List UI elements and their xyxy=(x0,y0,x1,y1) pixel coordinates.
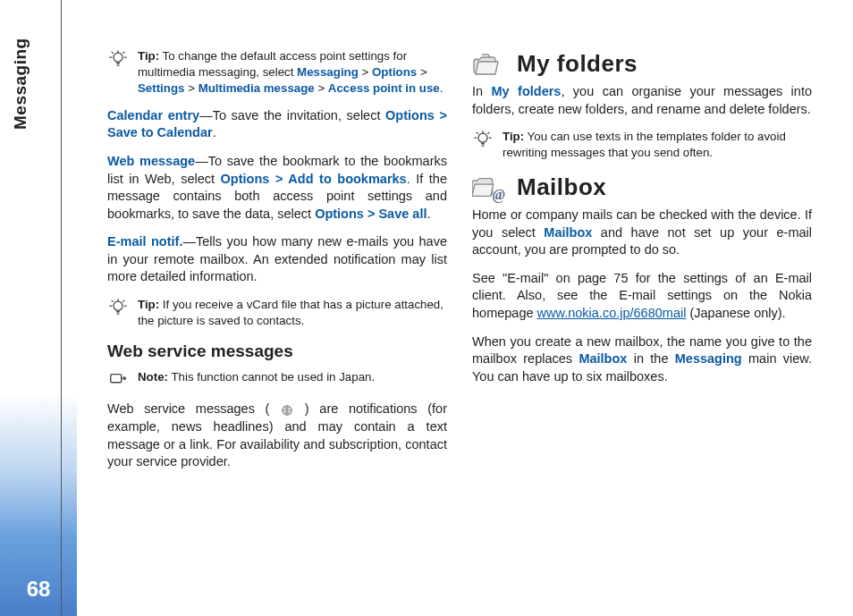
text: Web service messages ( xyxy=(107,401,280,416)
term: Calendar entry xyxy=(107,108,199,122)
globe-icon xyxy=(280,403,294,418)
tip-text: To change the default access point setti… xyxy=(138,49,407,79)
section-tab: Messaging xyxy=(9,38,52,216)
heading-mailbox: Mailbox xyxy=(472,172,812,203)
term: E-mail notif. xyxy=(107,234,182,249)
note-japan: Note: This function cannot be used in Ja… xyxy=(107,369,447,390)
term: My folders xyxy=(492,84,562,98)
text: —To save the invitation, select xyxy=(199,108,385,122)
note-text: This function cannot be used in Japan. xyxy=(168,370,375,384)
manual-page: Messaging 68 Tip: To change the default … xyxy=(0,0,853,616)
para-my-folders: In My folders, you can organise your mes… xyxy=(472,83,812,118)
link: Options > Save all xyxy=(315,207,426,221)
lightbulb-icon xyxy=(472,130,494,149)
tip-vcard: Tip: If you receive a vCard file that ha… xyxy=(107,297,447,329)
para-mailbox-2: See "E-mail" on page 75 for the settings… xyxy=(472,270,812,323)
link: Messaging xyxy=(297,65,359,79)
lightbulb-icon xyxy=(107,298,129,317)
link: Options xyxy=(372,65,417,79)
folder-icon xyxy=(472,49,506,80)
tip-label: Tip: xyxy=(138,298,159,311)
text: in the xyxy=(627,351,674,366)
tip-templates: Tip: You can use texts in the templates … xyxy=(472,129,812,161)
heading-web-service-messages: Web service messages xyxy=(107,340,447,363)
external-link[interactable]: www.nokia.co.jp/6680mail xyxy=(537,306,687,320)
term: Mailbox xyxy=(579,351,627,366)
tip-label: Tip: xyxy=(138,49,159,63)
text: In xyxy=(472,84,492,98)
link: Access point in use xyxy=(328,81,440,95)
heading-my-folders: My folders xyxy=(472,48,812,80)
mailbox-icon xyxy=(472,173,506,203)
margin-rule xyxy=(61,0,62,616)
note-icon xyxy=(107,370,129,390)
para-mailbox-1: Home or company mails can be checked wit… xyxy=(472,207,812,259)
right-column: My folders In My folders, you can organi… xyxy=(472,48,812,544)
term: Web message xyxy=(107,154,195,168)
note-label: Note: xyxy=(138,370,168,384)
page-number: 68 xyxy=(0,575,77,603)
link: Settings xyxy=(138,81,184,95)
tip-text: If you receive a vCard file that has a p… xyxy=(138,298,443,327)
link: Options > Add to bookmarks xyxy=(221,172,407,186)
tip-label: Tip: xyxy=(503,130,524,143)
heading-text: Mailbox xyxy=(517,172,606,203)
link: Multimedia message xyxy=(198,81,315,95)
para-mailbox-3: When you create a new mailbox, the name … xyxy=(472,333,812,386)
term: Mailbox xyxy=(544,225,592,240)
para-calendar-entry: Calendar entry—To save the invitation, s… xyxy=(107,107,447,142)
tip-access-point: Tip: To change the default access point … xyxy=(107,48,447,97)
para-email-notif: E-mail notif.—Tells you how many new e-m… xyxy=(107,233,447,286)
para-web-message: Web message—To save the bookmark to the … xyxy=(107,153,447,223)
text: (Japanese only). xyxy=(686,306,785,320)
heading-text: My folders xyxy=(517,48,638,80)
lightbulb-icon xyxy=(107,49,129,69)
term: Messaging xyxy=(675,351,742,366)
left-column: Tip: To change the default access point … xyxy=(107,48,447,544)
tip-text: You can use texts in the templates folde… xyxy=(503,130,786,159)
para-web-service: Web service messages ( ) are notificatio… xyxy=(107,401,447,470)
